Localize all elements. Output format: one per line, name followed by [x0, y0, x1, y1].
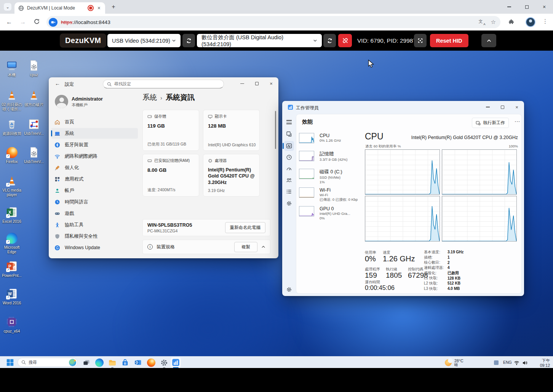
translate-icon[interactable]: 文A: [479, 19, 485, 25]
tray-volume-icon[interactable]: [522, 360, 528, 366]
tm-maximize-button[interactable]: [495, 101, 510, 113]
taskbar-store-icon[interactable]: [120, 358, 130, 367]
desktop-icon-this-pc[interactable]: 本機: [1, 59, 23, 77]
desktop-icon-vlc[interactable]: ↗ VLC media player: [1, 174, 23, 197]
sidebar-item-apps[interactable]: 應用程式: [51, 174, 138, 184]
browser-close-button[interactable]: ×: [535, 0, 553, 14]
language-indicator[interactable]: ENG: [503, 360, 512, 365]
sidebar-item-accounts[interactable]: 帳戶: [51, 185, 138, 196]
shortcut-arrow-icon: ↗: [6, 183, 10, 187]
settings-maximize-button[interactable]: [249, 77, 264, 90]
sidebar-item-personalization[interactable]: 個人化: [51, 162, 138, 173]
bookmark-star-icon[interactable]: ☆: [491, 19, 496, 26]
desktop-icon-firefox[interactable]: ↗ Firefox: [1, 146, 23, 164]
storage-card: 儲存體 119 GB 已使用 31 GB/119 GB: [142, 110, 199, 151]
desktop-icon-media-file-1[interactable]: 02 向日葵の咲く場所...: [1, 89, 23, 112]
start-button[interactable]: [5, 358, 15, 367]
tab-users-icon[interactable]: [286, 177, 292, 183]
audio-device-select[interactable]: 數位音效介面 (USB Digital Audio) (534d:2109): [197, 34, 322, 47]
desktop-icon-usbtreeview-app[interactable]: UsbTreeV...: [23, 118, 45, 136]
desktop-icon-excel[interactable]: X ↗ Excel 2016: [1, 206, 23, 224]
new-tab-button[interactable]: +: [110, 3, 117, 11]
reload-icon[interactable]: [34, 18, 40, 25]
extensions-puzzle-icon[interactable]: [508, 19, 515, 25]
settings-search-input[interactable]: 尋找設定: [103, 80, 224, 88]
tab-services-icon[interactable]: [286, 200, 292, 206]
tab-performance-icon[interactable]: [286, 143, 292, 149]
settings-scrollbar[interactable]: [275, 111, 276, 149]
account-avatar[interactable]: [55, 95, 68, 108]
remote-desktop[interactable]: 本機 02 向日葵の咲く場所... 資源回收筒 ↗ Firefox ↗ VLC …: [0, 51, 553, 368]
tm-close-button[interactable]: ×: [510, 101, 524, 113]
disconnect-button[interactable]: [338, 34, 352, 47]
run-new-task-button[interactable]: 執行新工作: [472, 118, 509, 128]
tab-processes-icon[interactable]: [286, 131, 292, 137]
taskbar-settings-gear-icon[interactable]: [159, 358, 169, 367]
browser-minimize-button[interactable]: [500, 0, 518, 14]
sidebar-item-privacy-security[interactable]: 隱私權與安全性: [51, 231, 138, 242]
desktop-icon-word[interactable]: W ↗ Word 2016: [1, 287, 23, 306]
audio-refresh-button[interactable]: [323, 34, 336, 47]
tab-startup-apps-icon[interactable]: [286, 166, 292, 172]
tab-details-icon[interactable]: [286, 189, 292, 195]
desktop-icon-media-file-2[interactable]: 彼方の破片: [23, 89, 45, 107]
tm-minimize-button[interactable]: [481, 101, 495, 113]
video-refresh-button[interactable]: [182, 34, 195, 47]
sidebar-item-home[interactable]: 首頁: [51, 117, 138, 127]
clock-widget[interactable]: 下午 09:12 2025/10/4: [531, 358, 550, 368]
taskbar-edge-icon[interactable]: [94, 358, 104, 367]
tray-wifi-icon[interactable]: [514, 360, 519, 366]
sidebar-item-network-internet[interactable]: 網路和網際網路: [51, 151, 138, 162]
sidebar-item-accessibility[interactable]: 協助工具: [51, 219, 138, 230]
device-spec-row[interactable]: i 裝置規格 複製: [142, 240, 270, 254]
tm-settings-gear-icon[interactable]: [286, 286, 292, 293]
settings-close-button[interactable]: ×: [264, 77, 278, 90]
taskbar-firefox-icon[interactable]: [146, 358, 156, 367]
tab-app-history-icon[interactable]: [286, 154, 292, 160]
back-icon[interactable]: ←: [6, 18, 12, 26]
tab-search-button[interactable]: ⌄: [4, 3, 11, 11]
fullscreen-button[interactable]: [414, 34, 427, 47]
settings-minimize-button[interactable]: [235, 77, 249, 90]
taskbar-outlook-icon[interactable]: [133, 358, 143, 367]
tm-more-button[interactable]: ...: [515, 117, 520, 123]
sidebar-item-gaming[interactable]: 遊戲: [51, 208, 138, 219]
collapse-toolbar-button[interactable]: [481, 34, 496, 47]
breadcrumb-separator: ›: [160, 94, 162, 101]
sidebar-item-windows-update[interactable]: Windows Update: [51, 242, 138, 253]
desktop-icon-powerpoint[interactable]: P ↗ PowerPnt...: [1, 260, 23, 278]
taskbar-search-input[interactable]: 搜尋: [18, 358, 78, 367]
desktop-icon-cpuz[interactable]: cpuz: [23, 59, 45, 77]
ram-icon: [147, 158, 152, 163]
sidebar-item-system[interactable]: 系統: [51, 128, 138, 139]
computer-name: WIN-5PLSBS3TRO5: [147, 222, 221, 228]
address-bar[interactable]: https://localhost:8443 文A ☆: [46, 16, 500, 28]
tray-app-icon[interactable]: [494, 360, 499, 365]
browser-maximize-button[interactable]: [518, 0, 535, 14]
tm-menu-hamburger-icon[interactable]: [286, 120, 292, 124]
rename-pc-button[interactable]: 重新命名此電腦: [225, 222, 266, 233]
desktop-icon-cpuz-x64[interactable]: cpuz_x64: [1, 315, 23, 334]
video-device-select[interactable]: USB Video (534d:2109): [107, 34, 181, 47]
task-view-button[interactable]: [82, 358, 91, 367]
settings-back-button[interactable]: ←: [55, 80, 60, 86]
browser-menu-icon[interactable]: ⋮: [542, 18, 548, 25]
sidebar-item-bluetooth-devices[interactable]: 藍牙與裝置: [51, 139, 138, 150]
breadcrumb-system[interactable]: 系統: [142, 93, 157, 102]
chevron-up-icon[interactable]: [261, 245, 265, 249]
browser-tab[interactable]: DezuKVM | Local Mode ×: [14, 2, 105, 14]
profile-avatar[interactable]: [526, 17, 535, 27]
reset-hid-button[interactable]: Reset HID: [430, 34, 468, 47]
camera-capture-icon[interactable]: [49, 18, 58, 27]
chevron-up-icon: [486, 38, 492, 43]
taskbar-file-explorer-icon[interactable]: [107, 358, 117, 367]
weather-widget[interactable]: 28°C 晴: [445, 358, 463, 367]
forward-icon[interactable]: →: [20, 18, 26, 26]
desktop-icon-usbtreeview-doc[interactable]: UsbTreeV...: [23, 146, 45, 164]
copy-button[interactable]: 複製: [234, 242, 257, 252]
tab-close-icon[interactable]: ×: [97, 5, 101, 11]
desktop-icon-recycle-bin[interactable]: 資源回收筒: [1, 118, 23, 136]
desktop-icon-edge[interactable]: ↗ Microsoft Edge: [1, 232, 23, 254]
sidebar-item-time-language[interactable]: 時間與語言: [51, 197, 138, 207]
taskbar-task-manager-icon[interactable]: [171, 357, 181, 368]
